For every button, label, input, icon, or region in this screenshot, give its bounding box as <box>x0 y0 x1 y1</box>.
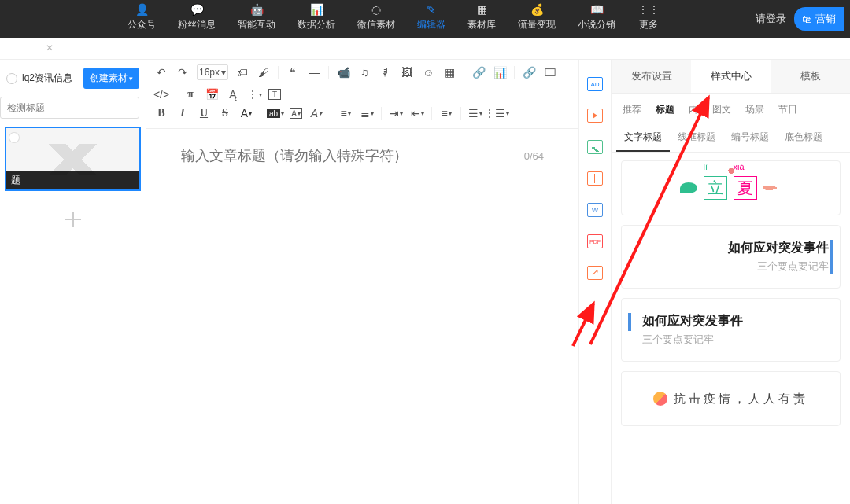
highlight-button[interactable]: ab <box>268 106 283 120</box>
nav-item-novel[interactable]: 📖小说分销 <box>567 0 626 38</box>
rail-video-button[interactable] <box>587 109 603 123</box>
image-button[interactable]: 🖼 <box>400 65 414 79</box>
line-height-button[interactable]: ≡ <box>439 106 453 120</box>
font-color-button[interactable]: A <box>239 106 253 120</box>
rail-pdf-button[interactable]: PDF <box>587 234 603 248</box>
pencil-icon: ✎ <box>417 2 445 17</box>
insert-rail: AD W PDF <box>579 60 611 504</box>
article-title-input[interactable] <box>181 148 524 164</box>
nav-item-ai[interactable]: 🤖智能互动 <box>227 0 286 38</box>
nav-item-assets[interactable]: ▦素材库 <box>456 0 507 38</box>
undo-button[interactable]: ↶ <box>154 65 168 79</box>
style-card-epidemic[interactable]: 抗击疫情，人人有责 <box>621 371 841 426</box>
sub-frame-title[interactable]: 线框标题 <box>670 124 723 152</box>
find-button[interactable]: Ą <box>226 87 240 101</box>
cat-festival[interactable]: 节日 <box>774 101 802 118</box>
more-button[interactable]: ⋮ <box>247 87 261 101</box>
cat-recommend[interactable]: 推荐 <box>618 101 646 118</box>
right-panel: 发布设置 样式中心 模板 推荐 标题 内 图文 场景 节日 文字标题 线框标题 … <box>611 60 850 504</box>
style-card-lixia[interactable]: lì立 xià夏 <box>621 160 841 215</box>
cat-title[interactable]: 标题 <box>651 101 679 118</box>
hr-button[interactable]: — <box>307 65 321 79</box>
nav-item-more[interactable]: ⋮⋮更多 <box>626 0 671 38</box>
font-size-select[interactable]: 16px ▾ <box>197 64 228 80</box>
rail-layout-button[interactable] <box>587 171 603 186</box>
emoji-button[interactable]: ☺ <box>421 65 435 79</box>
marketing-button[interactable]: 🛍营销 <box>794 7 844 31</box>
add-article-button[interactable] <box>64 210 83 229</box>
right-tabs: 发布设置 样式中心 模板 <box>612 60 850 94</box>
italic-button[interactable]: I <box>176 106 190 120</box>
bold-button[interactable]: B <box>154 106 168 120</box>
cat-scene[interactable]: 场景 <box>741 101 769 118</box>
right-tab-templates[interactable]: 模板 <box>771 60 850 93</box>
rail-export-button[interactable] <box>587 266 603 280</box>
sub-number-title[interactable]: 编号标题 <box>723 124 777 152</box>
bag-icon: 🛍 <box>802 13 812 25</box>
account-avatar <box>6 73 17 84</box>
video-button[interactable]: 📹 <box>336 65 350 79</box>
close-tab-icon[interactable]: ✕ <box>46 42 54 53</box>
rail-ad-button[interactable]: AD <box>587 77 603 91</box>
sub-text-title[interactable]: 文字标题 <box>616 124 670 152</box>
audio-button[interactable]: ♫ <box>357 65 371 79</box>
svg-rect-0 <box>545 69 555 76</box>
rail-word-button[interactable]: W <box>587 203 603 217</box>
align-center-button[interactable]: ≣ <box>360 106 374 120</box>
text-box-button[interactable]: T <box>268 89 281 100</box>
cat-content[interactable]: 内 <box>684 101 703 118</box>
code-button[interactable]: </> <box>154 87 168 101</box>
outdent-button[interactable]: ⇤ <box>410 106 424 120</box>
indent-button[interactable]: ⇥ <box>389 106 403 120</box>
text-style-button[interactable]: A <box>309 106 323 120</box>
vote-button[interactable]: 📊 <box>493 65 507 79</box>
mic-button[interactable]: 🎙 <box>379 65 393 79</box>
underline-button[interactable]: U <box>197 106 211 120</box>
chat-icon: 💬 <box>178 2 216 17</box>
right-tab-styles[interactable]: 样式中心 <box>691 60 771 93</box>
robot-icon: 🤖 <box>238 2 275 17</box>
sub-bg-title[interactable]: 底色标题 <box>777 124 830 152</box>
calendar-button[interactable]: 📅 <box>205 87 219 101</box>
redo-button[interactable]: ↷ <box>176 65 190 79</box>
formula-button[interactable]: π <box>183 87 198 101</box>
fish-icon <box>763 184 782 192</box>
strike-button[interactable]: S <box>218 106 232 120</box>
create-asset-button[interactable]: 创建素材▾ <box>83 68 139 89</box>
border-button[interactable]: A <box>290 108 302 119</box>
paint-button[interactable]: 🖌 <box>257 65 271 79</box>
chevron-down-icon: ▾ <box>129 75 133 83</box>
account-name: lq2资讯信息 <box>22 72 79 85</box>
right-tab-publish[interactable]: 发布设置 <box>612 60 691 93</box>
user-icon: 👤 <box>128 2 156 17</box>
nav-item-editor[interactable]: ✎编辑器 <box>406 0 456 38</box>
article-thumbnail[interactable]: 题 <box>5 127 141 191</box>
book-icon: 📖 <box>578 2 615 17</box>
login-link[interactable]: 请登录 <box>756 12 786 26</box>
wechat-icon: ◌ <box>357 2 395 17</box>
chart-icon: 📊 <box>298 2 335 17</box>
grid-button[interactable]: ▦ <box>442 65 456 79</box>
nav-item-gzh[interactable]: 👤公众号 <box>116 0 167 38</box>
style-card-emergency-left[interactable]: 如何应对突发事件 三个要点要记牢 <box>621 298 841 362</box>
nav-item-fans[interactable]: 💬粉丝消息 <box>167 0 227 38</box>
money-icon: 💰 <box>518 2 556 17</box>
unordered-list-button[interactable]: ⋮☰ <box>490 106 504 120</box>
link-button[interactable]: 🔗 <box>471 65 486 79</box>
document-tabs: ✕ <box>0 38 850 60</box>
style-card-emergency-right[interactable]: 如何应对突发事件 三个要点要记牢 <box>621 225 841 289</box>
rail-image-button[interactable] <box>587 140 603 154</box>
cat-imagetext[interactable]: 图文 <box>708 101 736 118</box>
ordered-list-button[interactable]: ☰ <box>468 106 482 120</box>
title-search-input[interactable] <box>0 97 139 119</box>
card-button[interactable] <box>543 65 557 79</box>
pill-icon <box>653 392 667 406</box>
title-subtabs: 文字标题 线框标题 编号标题 底色标题 <box>612 124 850 153</box>
nav-item-analytics[interactable]: 📊数据分析 <box>286 0 346 38</box>
nav-item-monetize[interactable]: 💰流量变现 <box>507 0 567 38</box>
align-left-button[interactable]: ≡ <box>338 106 353 120</box>
anchor-button[interactable]: 🔗 <box>522 65 536 79</box>
tag-button[interactable]: 🏷 <box>235 65 249 79</box>
nav-item-wechat[interactable]: ◌微信素材 <box>346 0 406 38</box>
quote-button[interactable]: ❝ <box>286 65 300 79</box>
